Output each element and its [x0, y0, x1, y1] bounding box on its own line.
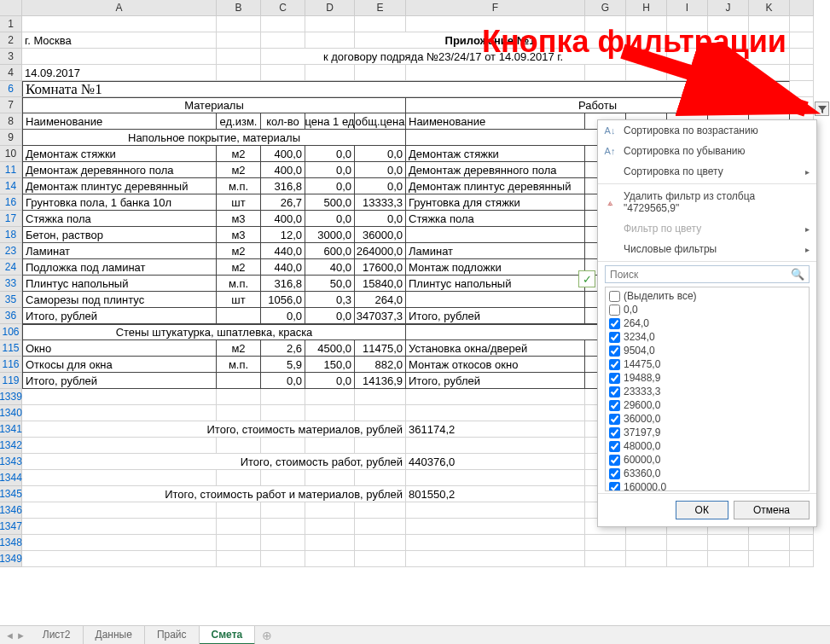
cell-price[interactable]: 0,0 [305, 211, 355, 227]
row-header[interactable]: 1342 [0, 438, 22, 454]
row-header[interactable]: 7 [0, 97, 22, 113]
row-header[interactable]: 1340 [0, 405, 22, 421]
cell-name[interactable]: Демонтаж плинтус деревянный [22, 178, 217, 194]
cell-unit[interactable]: м2 [217, 259, 261, 276]
cell-total[interactable]: 11475,0 [355, 340, 406, 357]
cell-price[interactable]: 0,0 [305, 308, 355, 324]
cell-work[interactable]: Итого, рублей [406, 308, 585, 324]
cell-price[interactable]: 0,3 [305, 292, 355, 308]
filter-checkbox[interactable] [609, 332, 620, 343]
filter-checkbox[interactable] [609, 305, 620, 316]
cell-name[interactable]: Итого, рублей [22, 308, 217, 324]
row-header[interactable]: 18 [0, 227, 22, 243]
filter-checkbox[interactable] [609, 291, 620, 302]
sort-ascending[interactable]: A↓Сортировка по возрастанию [598, 120, 816, 141]
clear-filter[interactable]: ⟁Удалить фильтр из столбца "4729565,9" [598, 186, 816, 218]
date-cell[interactable]: 14.09.2017 [22, 65, 217, 81]
row-header[interactable]: 16 [0, 194, 22, 211]
cell-name[interactable]: Грунтовка пола, 1 банка 10л [22, 194, 217, 211]
cell-work[interactable]: Грунтовка для стяжки [406, 194, 585, 211]
row-header[interactable]: 1341 [0, 421, 22, 438]
cell-name[interactable]: Демонтаж деревянного пола [22, 162, 217, 178]
cell-unit[interactable]: шт [217, 292, 261, 308]
cell-unit[interactable] [217, 373, 261, 389]
cell-price[interactable]: 4500,0 [305, 340, 355, 357]
filter-value-item[interactable]: 63360,0 [607, 467, 807, 480]
column-header[interactable]: D [305, 0, 355, 16]
cell-name[interactable]: Ламинат [22, 243, 217, 259]
column-header[interactable]: F [406, 0, 585, 16]
materials-header[interactable]: Материалы [22, 97, 406, 113]
row-header[interactable]: 1343 [0, 454, 22, 470]
tab-nav-next[interactable]: ► [16, 630, 26, 641]
cell-qty[interactable]: 400,0 [261, 162, 305, 178]
cell-price[interactable]: 0,0 [305, 373, 355, 389]
cell-unit[interactable]: м3 [217, 227, 261, 243]
cell-price[interactable]: 3000,0 [305, 227, 355, 243]
filter-search-input[interactable] [610, 269, 791, 281]
filter-value-item[interactable]: 0,0 [607, 303, 807, 316]
cell-total[interactable]: 17600,0 [355, 259, 406, 276]
cell-work[interactable]: Ламинат [406, 243, 585, 259]
row-header[interactable]: 6 [0, 81, 22, 97]
filter-by-color[interactable]: Фильтр по цвету▸ [598, 218, 816, 239]
ok-button[interactable]: ОК [676, 501, 728, 519]
column-header[interactable]: G [585, 0, 626, 16]
filter-value-item[interactable]: 3234,0 [607, 330, 807, 344]
cell-total[interactable]: 14136,9 [355, 373, 406, 389]
cell-total[interactable]: 0,0 [355, 146, 406, 162]
cell-total[interactable]: 0,0 [355, 211, 406, 227]
filter-checkbox[interactable] [609, 373, 620, 384]
column-header[interactable]: H [626, 0, 667, 16]
cell-price[interactable]: 500,0 [305, 194, 355, 211]
cell-unit[interactable]: м2 [217, 340, 261, 357]
cell-qty[interactable]: 440,0 [261, 259, 305, 276]
filter-checkbox[interactable] [609, 441, 620, 452]
cell-work[interactable]: Демонтаж плинтус деревянный [406, 178, 585, 194]
cell-qty[interactable]: 400,0 [261, 146, 305, 162]
filter-value-item[interactable]: 36000,0 [607, 412, 807, 426]
cell-price[interactable]: 40,0 [305, 259, 355, 276]
cell-name[interactable]: Итого, рублей [22, 373, 217, 389]
th-name2[interactable]: Наименование [406, 113, 585, 130]
cell-qty[interactable]: 2,6 [261, 340, 305, 357]
row-header[interactable]: 23 [0, 243, 22, 259]
row-header[interactable]: 35 [0, 292, 22, 308]
filter-value-item[interactable]: 48000,0 [607, 439, 807, 453]
cell-qty[interactable]: 12,0 [261, 227, 305, 243]
sort-descending[interactable]: A↑Сортировка по убыванию [598, 141, 816, 161]
section-floor[interactable]: Напольное покрытие, материалы [22, 130, 406, 146]
cell-total[interactable]: 36000,0 [355, 227, 406, 243]
row-header[interactable]: 17 [0, 211, 22, 227]
cell-total[interactable]: 264,0 [355, 292, 406, 308]
cell-total[interactable]: 264000,0 [355, 243, 406, 259]
filter-value-item[interactable]: 23333,3 [607, 385, 807, 398]
filter-dropdown-button[interactable] [815, 102, 829, 116]
total-value[interactable]: 361174,2 [406, 421, 585, 438]
cell-unit[interactable]: м.п. [217, 276, 261, 292]
cell-price[interactable]: 0,0 [305, 146, 355, 162]
row-header[interactable]: 1349 [0, 551, 22, 567]
section-walls[interactable]: Стены штукатурка, шпатлевка, краска [22, 324, 406, 340]
cell-qty[interactable]: 316,8 [261, 178, 305, 194]
row-header[interactable]: 10 [0, 146, 22, 162]
sheet-tab[interactable]: Лист2 [31, 626, 84, 645]
column-header[interactable]: J [708, 0, 749, 16]
cell-name[interactable]: Демонтаж стяжки [22, 146, 217, 162]
cell-unit[interactable]: м2 [217, 162, 261, 178]
th-total[interactable]: общ.цена [355, 113, 406, 130]
filter-checkbox[interactable] [609, 455, 620, 466]
filter-checkbox[interactable] [609, 318, 620, 329]
cell-work[interactable]: Монтаж подложки [406, 259, 585, 276]
select-all-toggle[interactable]: ✓ [578, 270, 595, 287]
add-sheet-button[interactable]: ⊕ [255, 626, 279, 645]
column-header[interactable]: A [22, 0, 217, 16]
filter-value-item[interactable]: (Выделить все) [607, 289, 807, 303]
cell-total[interactable]: 0,0 [355, 178, 406, 194]
cell-unit[interactable]: м.п. [217, 357, 261, 373]
row-header[interactable]: 1345 [0, 486, 22, 502]
cell-price[interactable]: 150,0 [305, 357, 355, 373]
cell-name[interactable]: Откосы для окна [22, 357, 217, 373]
row-header[interactable]: 11 [0, 162, 22, 178]
cell-price[interactable]: 0,0 [305, 162, 355, 178]
